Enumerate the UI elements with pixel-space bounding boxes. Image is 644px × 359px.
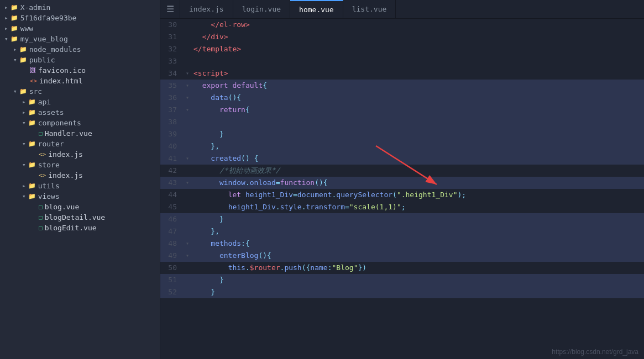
code-content-35: export default{ [191, 80, 644, 92]
sidebar-item-assets[interactable]: ▸📁assets [0, 107, 160, 118]
code-line-40: 40 }, [160, 140, 644, 152]
fold-indicator-38[interactable] [184, 116, 191, 128]
code-content-48: methods:{ [191, 237, 644, 250]
code-content-37: return{ [191, 104, 644, 116]
sidebar-item-handler-vue[interactable]: □Handler.vue [0, 128, 160, 139]
line-number-33: 33 [160, 55, 184, 67]
sidebar-item-src[interactable]: ▾📁src [0, 86, 160, 97]
code-line-45: 45 height1_Div.style.transform="scale(1,… [160, 201, 644, 213]
fold-indicator-34[interactable]: ▾ [184, 67, 191, 80]
code-content-50: this.$router.push({name:"Blog"}) [191, 262, 644, 274]
editor-area: ☰ index.jslogin.vuehome.vuelist.vue 30 <… [160, 0, 644, 359]
fold-indicator-48[interactable]: ▾ [184, 237, 191, 250]
code-content-52: } [191, 286, 644, 298]
fold-indicator-45[interactable] [184, 201, 191, 213]
fold-indicator-39[interactable] [184, 128, 191, 140]
code-line-30: 30 </el-row> [160, 19, 644, 31]
code-content-30: </el-row> [191, 19, 644, 31]
hamburger-menu[interactable]: ☰ [160, 0, 180, 18]
sidebar-item-index-html[interactable]: <>index.html [0, 76, 160, 86]
code-line-42: 42 /*初始动画效果*/ [160, 165, 644, 177]
line-number-37: 37 [160, 104, 184, 116]
sidebar-item-blogedit-vue[interactable]: □blogEdit.vue [0, 223, 160, 233]
fold-indicator-50[interactable] [184, 262, 191, 274]
line-number-30: 30 [160, 19, 184, 31]
line-number-41: 41 [160, 152, 184, 165]
tab-home-vue[interactable]: home.vue [290, 0, 343, 18]
line-number-49: 49 [160, 250, 184, 262]
fold-indicator-47[interactable] [184, 225, 191, 237]
fold-indicator-49[interactable]: ▾ [184, 250, 191, 262]
code-line-43: 43▾ window.onload=function(){ [160, 177, 644, 189]
tab-list-vue[interactable]: list.vue [343, 0, 396, 18]
code-line-52: 52 } [160, 286, 644, 298]
code-line-41: 41▾ created() { [160, 152, 644, 165]
sidebar-item-5f16[interactable]: ▸📁5f16dfa9e93be [0, 13, 160, 23]
sidebar-item-blog-vue[interactable]: □blog.vue [0, 202, 160, 212]
code-content-32: </template> [191, 43, 644, 55]
fold-indicator-30[interactable] [184, 19, 191, 31]
fold-indicator-52[interactable] [184, 286, 191, 298]
sidebar-item-store[interactable]: ▾📁store [0, 160, 160, 170]
fold-indicator-31[interactable] [184, 31, 191, 43]
sidebar-item-router[interactable]: ▾📁router [0, 139, 160, 149]
sidebar-item-my-vue-blog[interactable]: ▾📁my_vue_blog [0, 34, 160, 44]
line-number-52: 52 [160, 286, 184, 298]
sidebar-item-store-index[interactable]: <>index.js [0, 170, 160, 181]
code-content-46: } [191, 213, 644, 225]
sidebar-item-utils[interactable]: ▸📁utils [0, 181, 160, 191]
fold-indicator-36[interactable]: ▾ [184, 92, 191, 104]
fold-indicator-40[interactable] [184, 140, 191, 152]
code-content-36: data(){ [191, 92, 644, 104]
sidebar-item-x-admin[interactable]: ▸📁X-admin [0, 2, 160, 13]
sidebar-item-favicon[interactable]: 🖼favicon.ico [0, 65, 160, 76]
line-number-31: 31 [160, 31, 184, 43]
code-content-45: height1_Div.style.transform="scale(1,1)"… [191, 201, 644, 213]
code-line-35: 35▾ export default{ [160, 80, 644, 92]
code-content-49: enterBlog(){ [191, 250, 644, 262]
code-content-51: } [191, 274, 644, 286]
tab-index-js[interactable]: index.js [180, 0, 233, 18]
code-content-40: }, [191, 140, 644, 152]
file-explorer: ▸📁X-admin▸📁5f16dfa9e93be▸📁www▾📁my_vue_bl… [0, 0, 160, 359]
code-line-33: 33 [160, 55, 644, 67]
fold-indicator-46[interactable] [184, 213, 191, 225]
code-line-49: 49▾ enterBlog(){ [160, 250, 644, 262]
code-line-38: 38 [160, 116, 644, 128]
line-number-40: 40 [160, 140, 184, 152]
line-number-35: 35 [160, 80, 184, 92]
sidebar-item-views[interactable]: ▾📁views [0, 191, 160, 202]
fold-indicator-32[interactable] [184, 43, 191, 55]
fold-indicator-41[interactable]: ▾ [184, 152, 191, 165]
code-line-47: 47 }, [160, 225, 644, 237]
sidebar-item-api[interactable]: ▸📁api [0, 97, 160, 107]
fold-indicator-51[interactable] [184, 274, 191, 286]
line-number-42: 42 [160, 165, 184, 177]
code-content-34: <script> [191, 67, 644, 80]
fold-indicator-37[interactable]: ▾ [184, 104, 191, 116]
fold-indicator-42[interactable] [184, 165, 191, 177]
code-content-41: created() { [191, 152, 644, 165]
fold-indicator-35[interactable]: ▾ [184, 80, 191, 92]
fold-indicator-33[interactable] [184, 55, 191, 67]
watermark: https://blog.csdn.net/grd_java [552, 348, 638, 356]
code-line-50: 50 this.$router.push({name:"Blog"}) [160, 262, 644, 274]
code-line-36: 36▾ data(){ [160, 92, 644, 104]
sidebar-item-www[interactable]: ▸📁www [0, 23, 160, 34]
line-number-48: 48 [160, 237, 184, 250]
line-number-46: 46 [160, 213, 184, 225]
line-number-32: 32 [160, 43, 184, 55]
tab-login-vue[interactable]: login.vue [233, 0, 290, 18]
line-number-34: 34 [160, 67, 184, 80]
sidebar-item-blogdetail-vue[interactable]: □blogDetail.vue [0, 212, 160, 223]
code-content-38 [191, 116, 644, 128]
sidebar-item-node-modules[interactable]: ▸📁node_modules [0, 44, 160, 55]
code-content-43: window.onload=function(){ [191, 177, 644, 189]
fold-indicator-44[interactable] [184, 189, 191, 201]
sidebar-item-components[interactable]: ▾📁components [0, 118, 160, 128]
sidebar-item-router-index[interactable]: <>index.js [0, 149, 160, 160]
code-editor[interactable]: 30 </el-row>31 </div>32</template>3334▾<… [160, 19, 644, 359]
line-number-44: 44 [160, 189, 184, 201]
fold-indicator-43[interactable]: ▾ [184, 177, 191, 189]
sidebar-item-public[interactable]: ▾📁public [0, 55, 160, 65]
